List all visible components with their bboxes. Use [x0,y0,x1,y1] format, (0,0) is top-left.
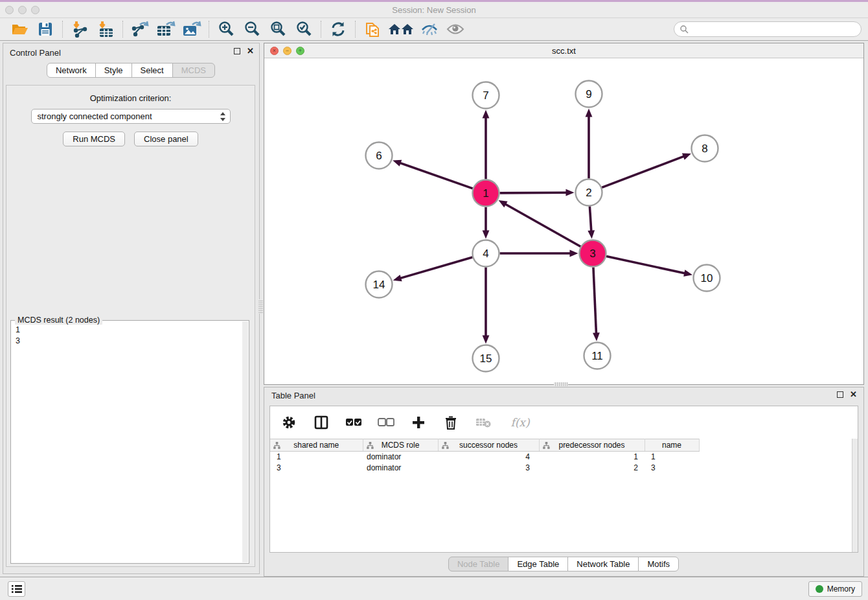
tab-network[interactable]: Network [47,63,96,78]
tab-edge-table[interactable]: Edge Table [508,557,568,571]
column-header-name[interactable]: name [645,439,699,452]
graph-edge-arrow [570,250,578,257]
table-cell[interactable]: 4 [438,452,539,463]
save-session-button[interactable] [32,19,58,39]
import-table-button[interactable] [93,19,119,39]
horizontal-splitter-grip[interactable] [554,382,568,386]
graph-edge[interactable] [400,257,472,279]
open-folder-icon [11,21,29,37]
network-canvas[interactable]: 7968124314101511 [264,58,863,384]
mcds-result-scrollbar[interactable] [242,321,248,562]
attribute-icon [367,442,374,449]
select-all-button[interactable] [345,414,362,431]
hide-annotations-button[interactable] [417,19,442,39]
network-window-titlebar[interactable]: × − + scc.txt [264,43,863,58]
float-panel-icon[interactable] [234,48,240,54]
network-graph[interactable]: 7968124314101511 [264,58,863,385]
trash-icon [444,415,457,430]
memory-label: Memory [827,584,855,594]
vertical-splitter-grip[interactable] [258,299,263,314]
memory-status-icon [816,585,823,593]
export-table-button[interactable] [153,19,179,39]
table-cell[interactable]: 3 [645,463,699,474]
table-row[interactable]: 1dominator411 [270,452,699,463]
run-mcds-button[interactable]: Run MCDS [63,132,125,146]
deselect-all-button[interactable] [378,414,394,431]
memory-button[interactable]: Memory [808,581,862,597]
node-table-header-row: shared name MCDS role successor nodes pr… [270,439,699,452]
app-title: Session: New Session [0,5,868,15]
zoom-fit-button[interactable] [265,19,291,39]
graph-node-label: 14 [373,279,385,291]
tab-style[interactable]: Style [95,63,132,78]
tab-mcds[interactable]: MCDS [172,63,215,78]
graph-edge[interactable] [589,206,591,231]
close-table-panel-icon[interactable]: ✕ [850,391,857,398]
optimization-criterion-dropdown[interactable]: strongly connected component [31,109,231,124]
export-image-button[interactable] [179,19,205,39]
table-row[interactable]: 3dominator323 [270,463,699,474]
close-panel-button[interactable]: Close panel [134,132,198,146]
delete-table-icon [475,417,491,428]
column-header-successor-nodes[interactable]: successor nodes [438,439,539,452]
refresh-button[interactable] [325,19,351,39]
copy-annotation-button[interactable] [360,19,385,39]
function-builder-button[interactable]: f(x) [507,414,533,431]
graph-edge-arrow [483,231,490,239]
import-network-button[interactable] [67,19,93,39]
export-network-button[interactable] [127,19,153,39]
desktop-edge [0,0,868,2]
graph-edge[interactable] [505,203,580,246]
attribute-icon [442,442,449,449]
table-cell[interactable]: 3 [438,463,539,474]
attribute-icon [543,442,550,449]
table-cell[interactable]: 1 [645,452,699,463]
show-annotations-button[interactable] [442,19,468,39]
column-header-shared-name[interactable]: shared name [270,439,363,452]
create-column-button[interactable] [410,414,427,431]
task-history-button[interactable] [8,581,25,597]
tab-motifs[interactable]: Motifs [638,557,679,571]
tab-network-table[interactable]: Network Table [567,557,639,571]
float-table-panel-icon[interactable] [837,391,843,398]
eye-icon [446,22,464,36]
dropdown-stepper-icon [220,111,226,122]
table-cell[interactable]: dominator [363,452,438,463]
show-columns-button[interactable] [313,414,330,431]
delete-table-button[interactable] [475,414,492,431]
column-header-mcds-role[interactable]: MCDS role [363,439,438,452]
zoom-in-button[interactable] [213,19,239,39]
table-scrollbar[interactable] [852,439,858,552]
delete-column-button[interactable] [442,414,459,431]
checked-boxes-icon [345,418,362,427]
table-cell[interactable]: 1 [539,452,645,463]
search-field [674,21,862,37]
table-settings-button[interactable] [280,414,297,431]
graph-edge[interactable] [602,156,685,187]
graph-node-label: 4 [483,248,488,260]
table-cell[interactable]: dominator [363,463,438,474]
graph-edge[interactable] [499,192,567,193]
graph-edge[interactable] [400,163,473,189]
import-network-icon [71,21,88,38]
zoom-fit-icon [269,21,286,38]
tab-select[interactable]: Select [131,63,173,78]
table-cell[interactable]: 3 [270,463,363,474]
open-session-button[interactable] [6,19,32,39]
table-cell[interactable]: 1 [270,452,363,463]
table-cell[interactable]: 2 [539,463,645,474]
tab-node-table[interactable]: Node Table [448,557,509,571]
close-panel-icon[interactable]: ✕ [247,48,254,54]
graph-edge-arrow [483,110,490,119]
zoom-selected-button[interactable] [291,19,317,39]
optimization-criterion-label: Optimization criterion: [6,93,255,103]
search-input[interactable] [689,23,861,36]
mcds-result-text[interactable]: 1 3 [11,323,242,563]
search-icon [680,25,689,34]
columns-icon [314,415,328,430]
zoom-out-button[interactable] [239,19,265,39]
graph-edge[interactable] [593,267,597,334]
home-button[interactable] [385,19,417,39]
column-header-predecessor-nodes[interactable]: predecessor nodes [539,439,645,452]
graph-edge[interactable] [606,257,685,273]
